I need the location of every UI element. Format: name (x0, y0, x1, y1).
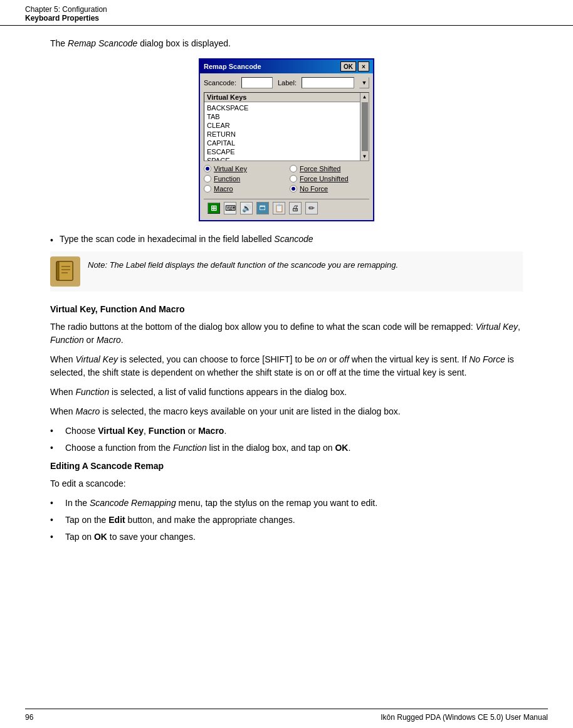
footer-book-title: Ikôn Rugged PDA (Windows CE 5.0) User Ma… (381, 713, 548, 722)
note-book-icon (50, 256, 80, 287)
list-item[interactable]: TAB (207, 112, 366, 121)
label-label: Label: (278, 79, 297, 87)
note-text: Note: The Label field displays the defau… (88, 256, 398, 270)
list-item[interactable]: BACKSPACE (207, 103, 366, 112)
dialog-taskbar: ⊞ ⌨ 🔊 🗔 📋 🖨 ✏ (204, 199, 369, 216)
s1b2-italic: Function (173, 443, 207, 453)
radio-virtual-key[interactable]: Virtual Key (204, 165, 283, 172)
s1b2-bold: OK (335, 443, 348, 453)
radio-force-unshifted[interactable]: Force Unshifted (290, 175, 369, 182)
listbox-scrollbar[interactable]: ▲ ▼ (360, 93, 369, 161)
page-header: Chapter 5: Configuration Keyboard Proper… (0, 0, 573, 26)
intro-italic: Remap Scancode (68, 38, 137, 48)
radio-macro[interactable]: Macro (204, 185, 283, 193)
s2b1-italic: Scancode Remapping (90, 498, 176, 508)
start-button[interactable]: ⊞ (208, 203, 220, 214)
list-item[interactable]: SPACE (207, 156, 366, 161)
para1-italic2: Function (50, 335, 84, 345)
section-label: Keyboard Properties (25, 14, 548, 23)
scroll-thumb (362, 102, 368, 151)
svg-rect-1 (59, 261, 73, 280)
page-footer: 96 Ikôn Rugged PDA (Windows CE 5.0) User… (25, 709, 548, 722)
list-item[interactable]: ESCAPE (207, 147, 366, 156)
section1-heading: Virtual Key, Function And Macro (50, 304, 523, 314)
intro-text-after: dialog box is displayed. (137, 38, 231, 48)
intro-text-before: The (50, 38, 68, 48)
section1-bullet2: Choose a function from the Function list… (50, 441, 523, 455)
para3-italic: Function (75, 387, 109, 397)
chapter-label: Chapter 5: Configuration (25, 5, 548, 14)
dialog-title: Remap Scancode (204, 63, 261, 70)
section1-para4: When Macro is selected, the macro keys a… (50, 405, 523, 418)
para1-italic1: Virtual Key (476, 322, 518, 332)
taskbar-icon-1: ⌨ (224, 202, 236, 214)
radio-no-force[interactable]: No Force (290, 185, 369, 193)
bullet1-italic: Scancode (274, 234, 313, 244)
s1b1-bold2: Function (149, 426, 186, 436)
radio-virtual-key-circle[interactable] (204, 165, 211, 172)
radio-buttons-section: Virtual Key Function Macro (204, 165, 369, 195)
bullet-item-1: • Type the scan code in hexadecimal in t… (50, 234, 523, 245)
s2b2-text: Tap on the Edit button, and make the app… (65, 514, 295, 527)
radio-macro-label: Macro (214, 185, 233, 193)
taskbar-icon-6: ✏ (305, 202, 318, 214)
list-item[interactable]: CLEAR (207, 121, 366, 130)
s1b1-bold3: Macro (198, 426, 224, 436)
scancode-label: Scancode: (204, 79, 236, 87)
section2-bullet1: In the Scancode Remapping menu, tap the … (50, 497, 523, 510)
taskbar-icon-4: 📋 (273, 202, 285, 214)
intro-paragraph: The Remap Scancode dialog box is display… (50, 38, 523, 48)
radio-force-shifted-circle[interactable] (290, 165, 297, 172)
taskbar-icon-3: 🗔 (256, 202, 269, 214)
section1-para2: When Virtual Key is selected, you can ch… (50, 353, 523, 379)
section2-intro: To edit a scancode: (50, 477, 523, 490)
remap-scancode-dialog: Remap Scancode OK × Scancode: Label: ▼ (199, 58, 374, 221)
main-content: The Remap Scancode dialog box is display… (0, 26, 573, 562)
dialog-body: Scancode: Label: ▼ Virtual Keys BACKSPAC… (200, 73, 373, 220)
section1-para3: When Function is selected, a list of val… (50, 386, 523, 399)
radio-force-shifted[interactable]: Force Shifted (290, 165, 369, 172)
radio-function-label: Function (214, 175, 240, 182)
listbox-header: Virtual Keys (204, 93, 369, 102)
radio-function-circle[interactable] (204, 175, 211, 182)
s2b3-bold: OK (94, 532, 107, 542)
scancode-input[interactable] (241, 77, 273, 88)
section1-bullet-list: Choose Virtual Key, Function or Macro. C… (50, 425, 523, 455)
radio-virtual-key-label: Virtual Key (214, 165, 247, 172)
radio-function[interactable]: Function (204, 175, 283, 182)
para2-italic2: on (317, 354, 327, 364)
bullet-dot-1: • (50, 235, 53, 245)
radio-no-force-label: No Force (300, 185, 328, 193)
section2-bullet3: Tap on OK to save your changes. (50, 530, 523, 544)
para2-italic4: No Force (469, 354, 505, 364)
radio-col-right: Force Shifted Force Unshifted No Force (290, 165, 369, 195)
listbox-items-container: BACKSPACE TAB CLEAR RETURN CAPITAL ESCAP… (204, 102, 369, 157)
virtual-keys-listbox[interactable]: Virtual Keys BACKSPACE TAB CLEAR RETURN … (204, 92, 369, 161)
para1-italic3: Macro (97, 335, 121, 345)
radio-macro-circle[interactable] (204, 185, 211, 193)
titlebar-buttons: OK × (340, 61, 369, 71)
scroll-down-arrow[interactable]: ▼ (361, 152, 369, 161)
radio-force-unshifted-circle[interactable] (290, 175, 297, 182)
footer-page-number: 96 (25, 713, 33, 722)
section1-bullet1: Choose Virtual Key, Function or Macro. (50, 425, 523, 438)
close-title-button[interactable]: × (358, 61, 369, 71)
section1-para1: The radio buttons at the bottom of the d… (50, 320, 523, 347)
para2-italic3: off (339, 354, 349, 364)
radio-force-unshifted-label: Force Unshifted (300, 175, 349, 182)
label-input[interactable] (302, 77, 354, 88)
list-item[interactable]: RETURN (207, 130, 366, 139)
s1b2-text: Choose a function from the Function list… (65, 441, 350, 455)
radio-col-left: Virtual Key Function Macro (204, 165, 283, 195)
radio-dot (292, 187, 295, 191)
s2b2-bold: Edit (108, 515, 125, 525)
list-item[interactable]: CAPITAL (207, 139, 366, 147)
scroll-up-arrow[interactable]: ▲ (361, 93, 369, 101)
radio-force-shifted-label: Force Shifted (300, 165, 340, 172)
dropdown-button[interactable]: ▼ (359, 77, 369, 88)
section2-bullet-list: In the Scancode Remapping menu, tap the … (50, 497, 523, 544)
s2b1-text: In the Scancode Remapping menu, tap the … (65, 497, 377, 510)
ok-title-button[interactable]: OK (340, 61, 356, 71)
s2b3-text: Tap on OK to save your changes. (65, 530, 196, 544)
radio-no-force-circle[interactable] (290, 185, 297, 193)
